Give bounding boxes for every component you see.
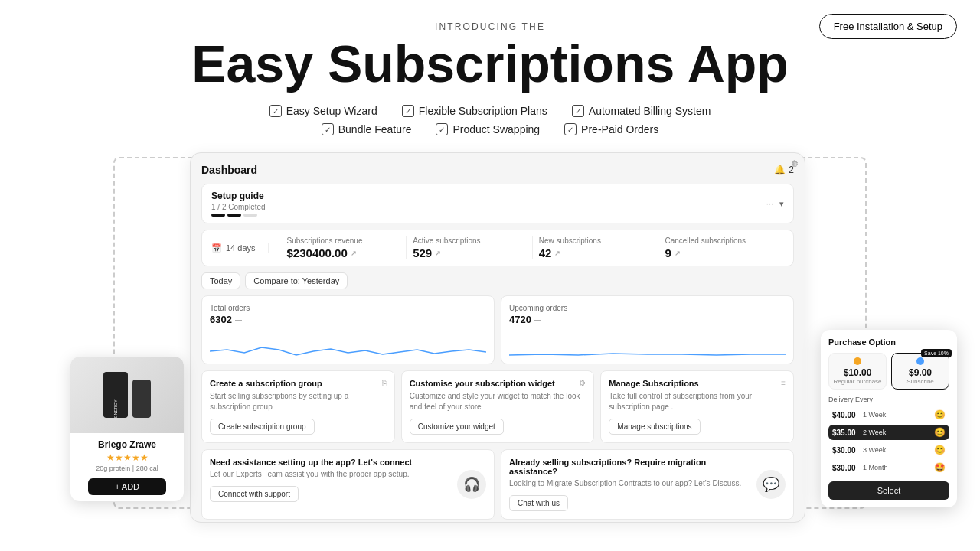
feature-item-1: Easy Setup Wizard [270,105,377,117]
regular-purchase-option[interactable]: $10.00 Regular purchase [828,353,887,390]
support-card-1: Already selling subscriptions? Require m… [501,449,794,520]
support-title-0: Need assistance setting up the app? Let'… [210,458,451,467]
product-can-small [132,380,151,418]
check-icon-3 [572,105,584,117]
product-can-large [103,372,128,418]
delivery-price-0: $40.00 [832,411,860,419]
stat-active-label: Active subscriptions [413,236,526,245]
delivery-emoji-2: 😊 [934,445,946,455]
product-card: Briego Zrawe ★★★★★ 20g protein | 280 cal… [70,357,184,501]
support-btn-1[interactable]: Chat with us [509,495,568,511]
setup-guide-right: ··· ▾ [766,199,784,209]
delivery-emoji-3: 🤩 [934,462,946,473]
charts-row: Total orders 6302 — ⚙ Upcoming orders 47… [201,295,794,364]
feature-label-5: Product Swapping [452,123,540,135]
upcoming-orders-dash: — [534,316,541,324]
delivery-price-3: $30.00 [832,464,860,472]
today-button[interactable]: Today [201,272,240,289]
action-card-1: Customise your subscription widget ⚙ Cus… [401,370,595,443]
regular-price: $10.00 [833,367,882,378]
product-image-inner [103,372,151,418]
subscribe-option[interactable]: Save 10% $9.00 Subscribe [891,353,949,390]
delivery-period-2: 3 Week [863,446,931,454]
action-card-2: Manage Subscriptions ≡ Take full control… [600,370,794,443]
support-content-0: Need assistance setting up the app? Let'… [210,458,451,502]
header: INTRODUCING THE Easy Subscriptions App E… [0,0,980,135]
setup-guide-progress: 1 / 2 Completed [211,203,266,211]
feature-item-6: Pre-Paid Orders [564,123,658,135]
features-row-1: Easy Setup Wizard Flexible Subscription … [15,105,965,117]
feature-item-3: Automated Billing System [572,105,711,117]
active-arrow: ↗ [435,249,441,257]
delivery-row-1[interactable]: $35.00 2 Week 😊 [828,425,949,440]
action-card-btn-2[interactable]: Manage subscriptions [609,419,700,435]
action-card-icon-2: ≡ [781,379,786,387]
product-add-button[interactable]: + ADD [88,478,166,495]
total-orders-dash: — [235,316,242,324]
regular-dot [854,357,861,365]
total-orders-line [210,328,486,359]
feature-label-3: Automated Billing System [589,105,711,117]
stat-period-label: 14 days [226,243,256,253]
delivery-period-1: 2 Week [863,429,931,436]
delivery-row-3[interactable]: $30.00 1 Month 🤩 [828,460,949,475]
product-name: Briego Zrawe [78,439,176,450]
setup-more-icon[interactable]: ··· [766,199,773,208]
main-title: Easy Subscriptions App [15,37,965,91]
total-orders-value: 6302 — [210,314,486,325]
feature-item-5: Product Swapping [436,123,540,135]
select-button[interactable]: Select [828,481,949,500]
action-card-header-2: Manage Subscriptions ≡ [609,379,786,388]
action-card-btn-0[interactable]: Create subscription group [210,419,315,435]
product-meta: 20g protein | 280 cal [78,465,176,472]
delivery-row-2[interactable]: $30.00 3 Week 😊 [828,442,949,458]
delivery-row-0[interactable]: $40.00 1 Week 😊 [828,407,949,422]
support-desc-1: Looking to Migrate Subscription Contract… [509,478,750,489]
action-card-0: Create a subscription group ⎘ Start sell… [201,370,395,443]
support-cards-row: Need assistance setting up the app? Let'… [201,449,794,520]
cta-button[interactable]: Free Installation & Setup [819,14,957,39]
stat-revenue-label: Subscriptions revenue [287,236,400,245]
bell-icon: 🔔 [774,165,786,175]
stat-new-value: 42 ↗ [539,246,652,259]
action-card-icon-0: ⎘ [382,379,387,387]
action-card-header-0: Create a subscription group ⎘ [210,379,387,388]
delivery-period-3: 1 Month [863,464,931,471]
stat-cancelled-label: Cancelled subscriptions [665,236,778,245]
setup-chevron-icon[interactable]: ▾ [779,199,784,209]
total-orders-label: Total orders [210,304,486,312]
support-btn-0[interactable]: Connect with support [210,486,299,502]
purchase-options-row: $10.00 Regular purchase Save 10% $9.00 S… [828,353,949,390]
dashboard-title: Dashboard [201,164,257,176]
feature-label-2: Flexible Subscription Plans [419,105,547,117]
calendar-icon: 📅 [211,243,222,253]
check-icon-2 [402,105,414,117]
progress-dots [211,214,266,217]
feature-label-4: Bundle Feature [338,123,412,135]
setup-guide-left: Setup guide 1 / 2 Completed [211,191,266,217]
action-card-desc-1: Customize and style your widget to match… [410,391,586,412]
check-icon-6 [564,123,577,135]
cancelled-arrow: ↗ [675,249,681,257]
dashboard-card: Dashboard 🔔 2 Setup guide 1 / 2 Complete… [190,152,805,523]
support-title-1: Already selling subscriptions? Require m… [509,458,750,476]
compare-button[interactable]: Compare to: Yesterday [245,272,348,289]
delivery-price-2: $30.00 [832,446,860,455]
upcoming-orders-chart: Upcoming orders 4720 — 🗑 [501,295,794,364]
support-icon-chat: 💬 [756,470,786,499]
progress-dot-filled-2 [227,214,241,217]
purchase-widget-title: Purchase Option [828,337,949,347]
delivery-period-0: 1 Week [863,411,931,419]
delivery-title: Delivery Every [828,396,949,403]
regular-label: Regular purchase [833,378,882,385]
action-card-btn-1[interactable]: Customize your widget [410,419,504,435]
stat-new: New subscriptions 42 ↗ [533,236,659,259]
upcoming-chart-settings-icon[interactable]: 🗑 [791,159,799,168]
support-content-1: Already selling subscriptions? Require m… [509,458,750,511]
action-card-title-1: Customise your subscription widget [410,379,555,388]
subscribe-label: Subscribe [896,378,945,385]
stat-cancelled: Cancelled subscriptions 9 ↗ [658,236,784,259]
total-orders-chart: Total orders 6302 — ⚙ [201,295,495,364]
delivery-emoji-0: 😊 [934,409,946,420]
stat-active: Active subscriptions 529 ↗ [407,236,533,259]
